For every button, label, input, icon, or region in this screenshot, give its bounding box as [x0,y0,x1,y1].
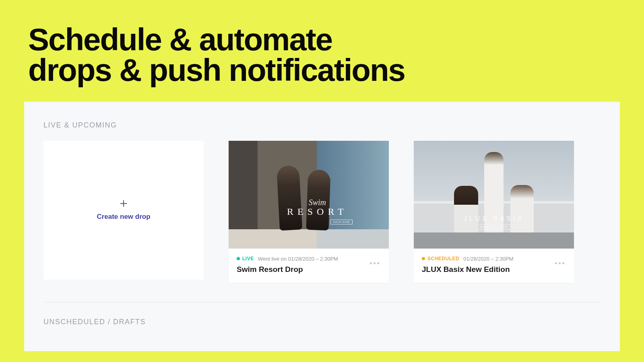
status-badge: LIVE [242,256,254,261]
more-options-button[interactable] [553,260,567,267]
dots-icon [555,262,557,264]
cards-row: Create new drop Swim RESORT SHOP NOW LIV… [43,141,601,283]
drop-image: JLUX BASIX NEW EDITION [414,141,574,249]
section-label-live-upcoming: LIVE & UPCOMING [43,121,601,130]
status-row: SCHEDULED 01/28/2020 – 2:30PM [422,256,566,262]
image-overlay: JLUX BASIX NEW EDITION [464,215,524,230]
status-badge: SCHEDULED [427,256,459,261]
status-date: 01/28/2020 – 2:30PM [463,256,513,262]
hero-line-1: Schedule & automate [28,22,332,57]
section-divider [43,302,601,302]
dots-icon [370,262,372,264]
status-dot-icon [237,257,240,260]
image-overlay: Swim RESORT SHOP NOW [282,198,353,224]
drop-meta: SCHEDULED 01/28/2020 – 2:30PM JLUX Basix… [414,249,574,283]
plus-icon [119,199,128,208]
drop-image: Swim RESORT SHOP NOW [229,141,389,249]
drop-title: Swim Resort Drop [237,265,381,274]
create-new-drop-card[interactable]: Create new drop [43,141,204,280]
more-options-button[interactable] [367,260,382,267]
drop-title: JLUX Basix New Edition [422,265,566,274]
hero-title: Schedule & automate drops & push notific… [0,0,644,102]
drop-meta: LIVE Went live on 01/28/2020 – 2:30PM Sw… [229,249,389,283]
status-dot-icon [422,257,425,260]
hero-line-2: drops & push notifications [28,52,405,88]
drop-card-jlux-basix[interactable]: JLUX BASIX NEW EDITION SCHEDULED 01/28/2… [414,141,574,283]
drop-card-swim-resort[interactable]: Swim RESORT SHOP NOW LIVE Went live on 0… [229,141,389,283]
status-date: Went live on 01/28/2020 – 2:30PM [258,256,338,262]
status-row: LIVE Went live on 01/28/2020 – 2:30PM [237,256,381,262]
create-new-drop-label: Create new drop [97,213,150,221]
main-panel: LIVE & UPCOMING Create new drop Swim RES… [24,102,620,351]
section-label-drafts: UNSCHEDULED / DRAFTS [43,318,601,326]
